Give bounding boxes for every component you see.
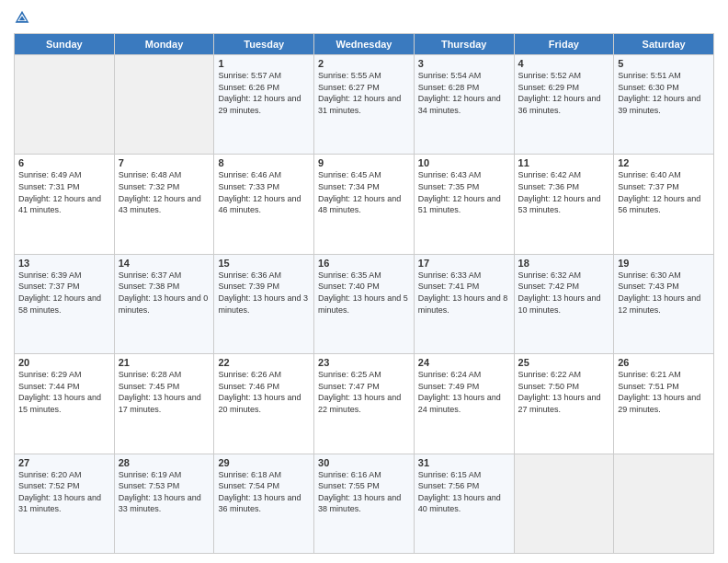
day-info: Sunrise: 6:25 AMSunset: 7:47 PMDaylight:…: [318, 369, 410, 415]
day-cell: 4Sunrise: 5:52 AMSunset: 6:29 PMDaylight…: [514, 55, 614, 155]
day-cell: 7Sunrise: 6:48 AMSunset: 7:32 PMDaylight…: [114, 155, 214, 254]
day-cell: 2Sunrise: 5:55 AMSunset: 6:27 PMDaylight…: [314, 55, 415, 155]
day-info: Sunrise: 5:57 AMSunset: 6:26 PMDaylight:…: [218, 70, 310, 116]
day-info: Sunrise: 6:29 AMSunset: 7:44 PMDaylight:…: [18, 369, 110, 415]
day-cell: 9Sunrise: 6:45 AMSunset: 7:34 PMDaylight…: [314, 155, 415, 254]
day-number: 17: [418, 258, 510, 269]
day-info: Sunrise: 6:46 AMSunset: 7:33 PMDaylight:…: [218, 169, 310, 215]
day-number: 11: [518, 157, 610, 168]
header-day-tuesday: Tuesday: [214, 34, 314, 55]
day-number: 1: [218, 58, 310, 69]
day-cell: 20Sunrise: 6:29 AMSunset: 7:44 PMDayligh…: [15, 354, 115, 454]
day-number: 9: [318, 157, 410, 168]
week-row-3: 13Sunrise: 6:39 AMSunset: 7:37 PMDayligh…: [15, 254, 714, 353]
day-number: 25: [518, 357, 610, 368]
header-day-saturday: Saturday: [614, 34, 714, 55]
day-cell: 23Sunrise: 6:25 AMSunset: 7:47 PMDayligh…: [314, 354, 415, 454]
day-cell: [114, 55, 214, 155]
day-number: 12: [618, 157, 710, 168]
day-number: 5: [618, 58, 710, 69]
day-cell: 17Sunrise: 6:33 AMSunset: 7:41 PMDayligh…: [414, 254, 514, 353]
day-number: 29: [218, 457, 310, 468]
day-number: 20: [18, 357, 110, 368]
day-cell: 22Sunrise: 6:26 AMSunset: 7:46 PMDayligh…: [214, 354, 314, 454]
day-number: 27: [18, 457, 110, 468]
day-cell: 1Sunrise: 5:57 AMSunset: 6:26 PMDaylight…: [214, 55, 314, 155]
day-info: Sunrise: 6:28 AMSunset: 7:45 PMDaylight:…: [119, 369, 210, 415]
day-number: 2: [318, 58, 410, 69]
day-info: Sunrise: 6:40 AMSunset: 7:37 PMDaylight:…: [618, 169, 710, 215]
day-cell: 27Sunrise: 6:20 AMSunset: 7:52 PMDayligh…: [15, 454, 115, 553]
day-info: Sunrise: 6:22 AMSunset: 7:50 PMDaylight:…: [518, 369, 610, 415]
day-cell: 28Sunrise: 6:19 AMSunset: 7:53 PMDayligh…: [114, 454, 214, 553]
day-info: Sunrise: 5:52 AMSunset: 6:29 PMDaylight:…: [518, 70, 610, 116]
day-info: Sunrise: 6:32 AMSunset: 7:42 PMDaylight:…: [518, 270, 610, 316]
day-info: Sunrise: 6:48 AMSunset: 7:32 PMDaylight:…: [119, 169, 210, 215]
day-info: Sunrise: 6:49 AMSunset: 7:31 PMDaylight:…: [18, 169, 110, 215]
day-info: Sunrise: 5:51 AMSunset: 6:30 PMDaylight:…: [618, 70, 710, 116]
day-number: 23: [318, 357, 410, 368]
day-info: Sunrise: 6:15 AMSunset: 7:56 PMDaylight:…: [418, 469, 510, 515]
day-number: 28: [119, 457, 210, 468]
day-number: 4: [518, 58, 610, 69]
day-info: Sunrise: 6:43 AMSunset: 7:35 PMDaylight:…: [418, 169, 510, 215]
day-cell: [514, 454, 614, 553]
day-info: Sunrise: 5:55 AMSunset: 6:27 PMDaylight:…: [318, 70, 410, 116]
day-cell: 25Sunrise: 6:22 AMSunset: 7:50 PMDayligh…: [514, 354, 614, 454]
day-cell: 12Sunrise: 6:40 AMSunset: 7:37 PMDayligh…: [614, 155, 714, 254]
day-info: Sunrise: 6:42 AMSunset: 7:36 PMDaylight:…: [518, 169, 610, 215]
day-info: Sunrise: 6:21 AMSunset: 7:51 PMDaylight:…: [618, 369, 710, 415]
day-info: Sunrise: 6:35 AMSunset: 7:40 PMDaylight:…: [318, 270, 410, 316]
day-number: 18: [518, 258, 610, 269]
day-cell: [15, 55, 115, 155]
day-info: Sunrise: 6:20 AMSunset: 7:52 PMDaylight:…: [18, 469, 110, 515]
calendar-table: SundayMondayTuesdayWednesdayThursdayFrid…: [14, 33, 714, 554]
day-cell: 21Sunrise: 6:28 AMSunset: 7:45 PMDayligh…: [114, 354, 214, 454]
day-cell: 18Sunrise: 6:32 AMSunset: 7:42 PMDayligh…: [514, 254, 614, 353]
day-info: Sunrise: 6:33 AMSunset: 7:41 PMDaylight:…: [418, 270, 510, 316]
day-number: 19: [618, 258, 710, 269]
day-cell: 3Sunrise: 5:54 AMSunset: 6:28 PMDaylight…: [414, 55, 514, 155]
day-cell: [614, 454, 714, 553]
day-number: 21: [119, 357, 210, 368]
calendar-header-row: SundayMondayTuesdayWednesdayThursdayFrid…: [15, 34, 714, 55]
day-number: 16: [318, 258, 410, 269]
day-number: 10: [418, 157, 510, 168]
day-cell: 30Sunrise: 6:16 AMSunset: 7:55 PMDayligh…: [314, 454, 415, 553]
day-cell: 6Sunrise: 6:49 AMSunset: 7:31 PMDaylight…: [15, 155, 115, 254]
day-info: Sunrise: 6:26 AMSunset: 7:46 PMDaylight:…: [218, 369, 310, 415]
day-cell: 19Sunrise: 6:30 AMSunset: 7:43 PMDayligh…: [614, 254, 714, 353]
day-cell: 16Sunrise: 6:35 AMSunset: 7:40 PMDayligh…: [314, 254, 415, 353]
day-number: 8: [218, 157, 310, 168]
header: [14, 9, 714, 26]
day-cell: 31Sunrise: 6:15 AMSunset: 7:56 PMDayligh…: [414, 454, 514, 553]
week-row-4: 20Sunrise: 6:29 AMSunset: 7:44 PMDayligh…: [15, 354, 714, 454]
day-cell: 13Sunrise: 6:39 AMSunset: 7:37 PMDayligh…: [15, 254, 115, 353]
page: SundayMondayTuesdayWednesdayThursdayFrid…: [0, 0, 728, 563]
day-number: 15: [218, 258, 310, 269]
day-info: Sunrise: 6:45 AMSunset: 7:34 PMDaylight:…: [318, 169, 410, 215]
day-cell: 11Sunrise: 6:42 AMSunset: 7:36 PMDayligh…: [514, 155, 614, 254]
logo-icon: [14, 9, 30, 26]
day-number: 26: [618, 357, 710, 368]
day-number: 22: [218, 357, 310, 368]
day-number: 31: [418, 457, 510, 468]
day-info: Sunrise: 6:37 AMSunset: 7:38 PMDaylight:…: [119, 270, 210, 316]
day-cell: 5Sunrise: 5:51 AMSunset: 6:30 PMDaylight…: [614, 55, 714, 155]
header-day-sunday: Sunday: [15, 34, 115, 55]
week-row-5: 27Sunrise: 6:20 AMSunset: 7:52 PMDayligh…: [15, 454, 714, 553]
day-number: 30: [318, 457, 410, 468]
logo: [14, 9, 32, 26]
day-cell: 10Sunrise: 6:43 AMSunset: 7:35 PMDayligh…: [414, 155, 514, 254]
day-info: Sunrise: 5:54 AMSunset: 6:28 PMDaylight:…: [418, 70, 510, 116]
header-day-wednesday: Wednesday: [314, 34, 415, 55]
day-cell: 8Sunrise: 6:46 AMSunset: 7:33 PMDaylight…: [214, 155, 314, 254]
day-number: 24: [418, 357, 510, 368]
day-number: 7: [119, 157, 210, 168]
day-cell: 15Sunrise: 6:36 AMSunset: 7:39 PMDayligh…: [214, 254, 314, 353]
day-info: Sunrise: 6:36 AMSunset: 7:39 PMDaylight:…: [218, 270, 310, 316]
day-info: Sunrise: 6:18 AMSunset: 7:54 PMDaylight:…: [218, 469, 310, 515]
day-cell: 29Sunrise: 6:18 AMSunset: 7:54 PMDayligh…: [214, 454, 314, 553]
week-row-1: 1Sunrise: 5:57 AMSunset: 6:26 PMDaylight…: [15, 55, 714, 155]
week-row-2: 6Sunrise: 6:49 AMSunset: 7:31 PMDaylight…: [15, 155, 714, 254]
